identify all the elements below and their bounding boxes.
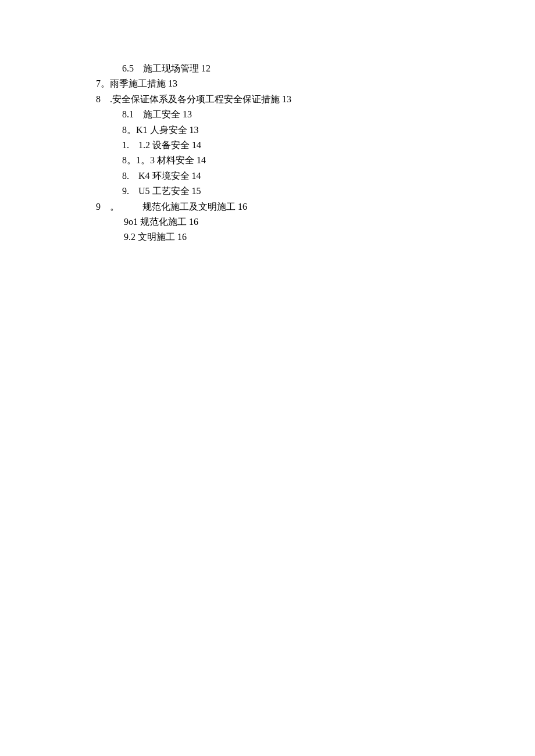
- toc-line: 8。1。3 材料安全 14: [96, 153, 535, 168]
- toc-line: 8.1 施工安全 13: [96, 107, 535, 122]
- toc-line: 9.2 文明施工 16: [96, 230, 535, 245]
- toc-line: 8 .安全保证体系及各分项工程安全保证措施 13: [96, 92, 535, 107]
- toc-line: 6.5 施工现场管理 12: [96, 61, 535, 76]
- toc-line: 8。K1 人身安全 13: [96, 123, 535, 138]
- toc-container: 6.5 施工现场管理 12 7。雨季施工措施 13 8 .安全保证体系及各分项工…: [96, 61, 535, 245]
- toc-line: 9o1 规范化施工 16: [96, 214, 535, 230]
- toc-line: 1. 1.2 设备安全 14: [96, 138, 535, 153]
- toc-line: 8. K4 环境安全 14: [96, 169, 535, 184]
- toc-line: 9. U5 工艺安全 15: [96, 184, 535, 199]
- toc-line: 7。雨季施工措施 13: [96, 76, 535, 91]
- toc-line: 9 。 规范化施工及文明施工 16: [96, 199, 535, 214]
